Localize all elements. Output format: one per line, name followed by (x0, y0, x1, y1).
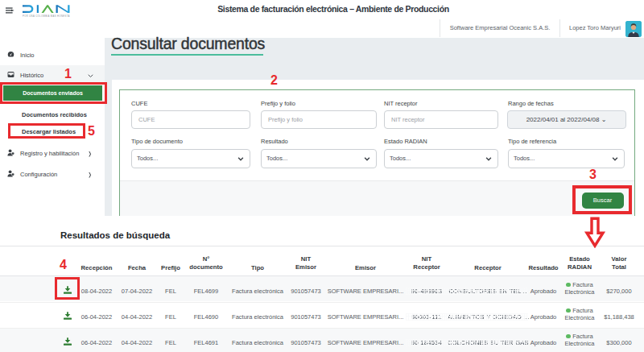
svg-text:POR UNA COLOMBIA MÁS HONESTA: POR UNA COLOMBIA MÁS HONESTA (23, 14, 70, 18)
